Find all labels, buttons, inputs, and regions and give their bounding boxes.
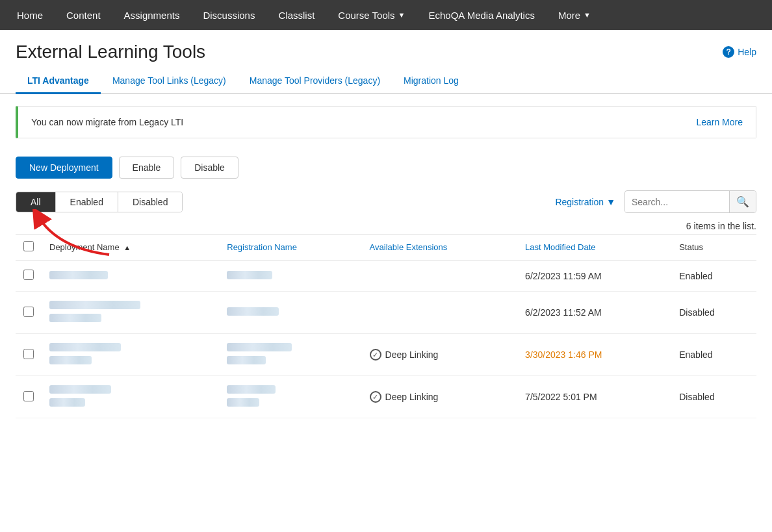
page-header: External Learning Tools ? Help [0,30,772,69]
nav-course-tools[interactable]: Course Tools▼ [326,0,417,30]
table-header-row: Deployment Name ▲ Registration Name Avai… [16,234,756,260]
table-wrap: Deployment Name ▲ Registration Name Avai… [0,234,772,418]
row-status: Enabled [671,260,756,292]
th-status: Status [671,234,756,260]
row-deployment-name[interactable] [42,334,219,376]
nav-content[interactable]: Content [55,0,112,30]
nav-echoqa[interactable]: EchoQA Media Analytics [417,0,546,30]
nav-assignments[interactable]: Assignments [112,0,192,30]
date-value: 7/5/2022 5:01 PM [525,392,597,402]
course-tools-caret: ▼ [398,11,405,19]
deep-link-check-icon: ✓ [370,391,381,403]
tab-manage-tool-providers[interactable]: Manage Tool Providers (Legacy) [238,69,392,94]
row-last-modified: 6/2/2023 11:59 AM [517,260,671,292]
filter-all[interactable]: All [16,192,56,212]
date-value: 6/2/2023 11:59 AM [525,271,602,281]
search-input[interactable] [625,192,729,212]
table-row: 6/2/2023 11:59 AM Enabled [16,260,756,292]
row-registration-name[interactable] [219,376,361,418]
registration-label: Registration [555,197,604,207]
sort-asc-icon: ▲ [123,244,131,251]
tab-migration-log[interactable]: Migration Log [392,69,470,94]
row-status: Disabled [671,376,756,418]
row-registration-name[interactable] [219,334,361,376]
top-navigation: Home Content Assignments Discussions Cla… [0,0,772,30]
th-deployment-name: Deployment Name ▲ [42,234,219,260]
row-deployment-name[interactable] [42,260,219,292]
row-checkbox-4[interactable] [23,391,34,401]
tab-bar: LTI Advantage Manage Tool Links (Legacy)… [0,69,772,94]
row-extensions: ✓ Deep Linking [362,376,517,418]
row-status: Disabled [671,292,756,334]
table-row: 6/2/2023 11:52 AM Disabled [16,292,756,334]
table-row: ✓ Deep Linking 3/30/2023 1:46 PM Enabled [16,334,756,376]
row-status: Enabled [671,334,756,376]
deep-link-check-icon: ✓ [370,349,381,361]
nav-discussions[interactable]: Discussions [191,0,266,30]
filter-disabled[interactable]: Disabled [118,192,182,212]
row-checkbox-cell [16,260,42,292]
learn-more-link[interactable]: Learn More [696,117,743,127]
page-title: External Learning Tools [16,42,205,62]
search-box: 🔍 [624,190,756,213]
row-extensions: ✓ Deep Linking [362,334,517,376]
items-count: 6 items in the list. [0,218,772,234]
more-caret: ▼ [584,11,591,19]
new-deployment-button[interactable]: New Deployment [16,157,112,179]
row-checkbox-1[interactable] [23,270,34,280]
row-last-modified: 6/2/2023 11:52 AM [517,292,671,334]
date-value: 6/2/2023 11:52 AM [525,307,602,318]
row-last-modified: 3/30/2023 1:46 PM [517,334,671,376]
search-button[interactable]: 🔍 [729,191,756,212]
disable-button[interactable]: Disable [181,157,238,179]
row-extensions [362,292,517,334]
nav-classlist[interactable]: Classlist [266,0,326,30]
nav-home[interactable]: Home [5,0,55,30]
row-checkbox-cell [16,376,42,418]
row-checkbox-2[interactable] [23,307,34,317]
deployments-table: Deployment Name ▲ Registration Name Avai… [16,234,756,418]
help-label: Help [738,47,756,57]
deep-link-label: Deep Linking [385,349,439,360]
help-icon: ? [723,46,734,58]
banner-text: You can now migrate from Legacy LTI [31,117,183,127]
deep-link-label: Deep Linking [385,392,439,402]
help-link[interactable]: ? Help [723,46,756,58]
th-registration-name: Registration Name [219,234,361,260]
th-available-extensions: Available Extensions [362,234,517,260]
migration-banner: You can now migrate from Legacy LTI Lear… [16,106,756,138]
row-last-modified: 7/5/2022 5:01 PM [517,376,671,418]
row-checkbox-3[interactable] [23,349,34,359]
row-deployment-name[interactable] [42,292,219,334]
action-bar: New Deployment Enable Disable [0,150,772,185]
filter-right: Registration ▼ 🔍 [555,190,756,213]
filter-tabs: All Enabled Disabled [16,192,183,212]
registration-dropdown[interactable]: Registration ▼ [555,197,615,207]
row-checkbox-cell [16,334,42,376]
row-registration-name[interactable] [219,292,361,334]
registration-caret-icon: ▼ [606,197,615,207]
filter-enabled[interactable]: Enabled [56,192,118,212]
filter-section: All Enabled Disabled Registration ▼ 🔍 [0,185,772,218]
tab-manage-tool-links[interactable]: Manage Tool Links (Legacy) [101,69,238,94]
filter-bar: All Enabled Disabled Registration ▼ 🔍 [0,185,772,218]
enable-button[interactable]: Enable [119,157,175,179]
nav-more[interactable]: More▼ [547,0,602,30]
row-checkbox-cell [16,292,42,334]
row-registration-name[interactable] [219,260,361,292]
select-all-checkbox[interactable] [23,241,34,251]
select-all-header [16,234,42,260]
date-value: 3/30/2023 1:46 PM [525,349,602,360]
row-deployment-name[interactable] [42,376,219,418]
table-row: ✓ Deep Linking 7/5/2022 5:01 PM Disabled [16,376,756,418]
row-extensions [362,260,517,292]
th-last-modified: Last Modified Date [517,234,671,260]
tab-lti-advantage[interactable]: LTI Advantage [16,69,101,94]
